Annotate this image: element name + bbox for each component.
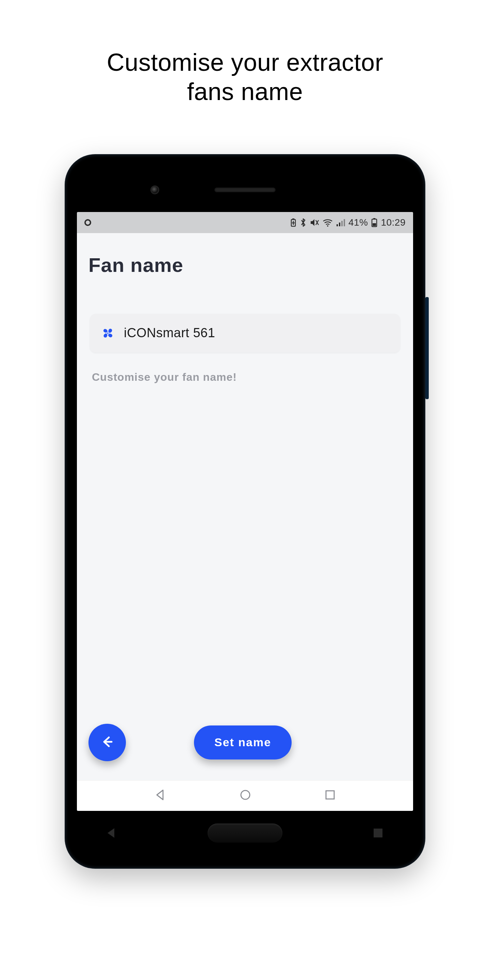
hw-back-key bbox=[108, 828, 115, 838]
android-nav-bar bbox=[77, 780, 413, 811]
status-bar: 41% 10:29 bbox=[77, 212, 413, 233]
arrow-left-icon bbox=[100, 735, 115, 750]
fan-name-input-card[interactable]: iCONsmart 561 bbox=[90, 314, 400, 353]
svg-rect-8 bbox=[373, 218, 375, 219]
phone-top-bezel bbox=[77, 168, 413, 212]
carrier-icon bbox=[84, 219, 91, 226]
hw-home-key bbox=[208, 824, 282, 843]
battery-percent-text: 41% bbox=[348, 217, 368, 228]
mute-icon bbox=[310, 218, 319, 227]
svg-point-11 bbox=[107, 332, 108, 334]
svg-rect-5 bbox=[341, 221, 343, 226]
svg-rect-4 bbox=[339, 223, 340, 226]
helper-text: Customise your fan name! bbox=[92, 371, 404, 383]
marketing-caption: Customise your extractor fans name bbox=[107, 48, 383, 107]
phone-side-button bbox=[425, 297, 429, 399]
caption-line-1: Customise your extractor bbox=[107, 49, 383, 76]
earpiece-speaker bbox=[215, 188, 275, 192]
fan-icon bbox=[100, 325, 116, 341]
svg-rect-1 bbox=[292, 218, 294, 220]
svg-rect-3 bbox=[337, 224, 338, 226]
back-button[interactable] bbox=[89, 724, 126, 761]
status-right: 41% 10:29 bbox=[290, 217, 406, 228]
nav-recent-icon[interactable] bbox=[324, 789, 336, 802]
svg-point-2 bbox=[327, 225, 328, 227]
hw-recent-key bbox=[374, 829, 382, 837]
set-name-button[interactable]: Set name bbox=[194, 725, 292, 759]
bottom-actions: Set name bbox=[86, 724, 404, 780]
signal-icon bbox=[336, 218, 345, 227]
set-name-button-label: Set name bbox=[215, 736, 271, 749]
svg-rect-6 bbox=[344, 219, 345, 226]
phone-bottom-bezel bbox=[77, 811, 413, 855]
app-content: Fan name bbox=[77, 233, 413, 780]
page-heading: Fan name bbox=[89, 253, 404, 276]
caption-line-2: fans name bbox=[187, 78, 303, 105]
wifi-icon bbox=[323, 218, 333, 227]
phone-frame: 41% 10:29 Fan name bbox=[65, 154, 425, 869]
clock-text: 10:29 bbox=[381, 217, 406, 228]
svg-rect-9 bbox=[372, 223, 376, 226]
phone-inner: 41% 10:29 Fan name bbox=[71, 160, 419, 862]
fan-name-value: iCONsmart 561 bbox=[124, 326, 215, 340]
status-left bbox=[84, 219, 91, 226]
svg-point-12 bbox=[241, 791, 250, 799]
bluetooth-icon bbox=[300, 218, 306, 227]
nav-back-icon[interactable] bbox=[154, 789, 166, 802]
svg-rect-13 bbox=[326, 791, 334, 799]
battery-saver-icon bbox=[290, 218, 297, 227]
phone-screen: 41% 10:29 Fan name bbox=[77, 212, 413, 811]
front-camera bbox=[150, 185, 159, 194]
battery-icon bbox=[371, 218, 377, 227]
nav-home-icon[interactable] bbox=[239, 789, 251, 802]
